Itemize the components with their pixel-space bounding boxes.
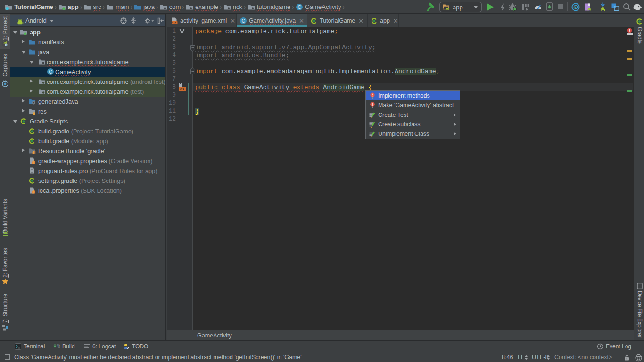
svg-text:C: C (49, 69, 52, 74)
svg-text:C: C (297, 4, 301, 9)
svg-text:10: 10 (57, 346, 60, 349)
